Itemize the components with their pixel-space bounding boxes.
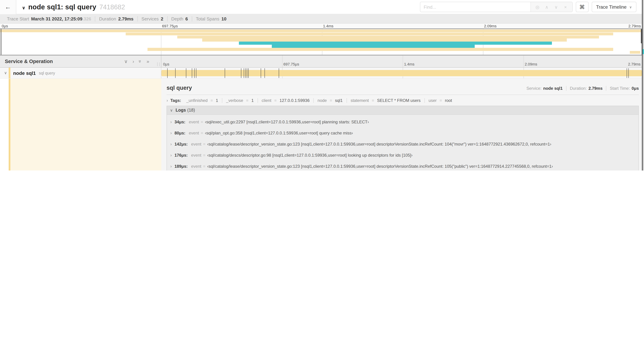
clear-search-icon[interactable]: × [561,4,570,10]
trace-info-value: 2 [161,16,163,21]
column-resize-grip[interactable] [157,62,160,66]
span-row[interactable]: ∨ node sql1 sql query [0,68,644,79]
minimap-left-scrubber[interactable] [1,29,2,55]
minimap-span-bar [0,29,644,32]
log-chevron-right-icon: › [170,142,172,147]
log-tick-mark[interactable] [175,68,176,78]
log-timestamp: 142μs: [174,142,188,147]
span-row-track[interactable] [161,68,644,78]
logs-header[interactable]: ∨ Logs (18) [167,106,638,115]
log-entry[interactable]: › 176μs: event = ‹sql/catalog/descs/desc… [167,150,638,161]
minimap-span-bar [272,45,475,48]
log-equals: = [201,120,203,124]
tag-item: client = 127.0.0.1:59936 [258,98,313,103]
log-field-name: event [191,164,201,169]
tag-value: SELECT * FROM users [377,98,421,103]
log-tick-mark[interactable] [278,68,279,78]
meta-value: 2.79ms [588,86,602,91]
next-result-icon[interactable]: ∨ [552,4,561,10]
tag-key: user [429,98,437,103]
tag-key: _unfinished [186,98,208,103]
tag-value: 1 [251,98,254,103]
span-operation-name: sql query [39,71,55,75]
meta-duration: Duration:2.79ms [566,86,606,91]
collapse-one-icon[interactable]: ∨ [124,59,128,64]
tags-list: _unfinished = 1 _verbose = 1 client [182,98,456,103]
log-entry[interactable]: › 34μs: event = ‹sql/exec_util.go:2297 [… [167,116,638,128]
tag-key: client [262,98,271,103]
logs-count: (18) [187,108,195,113]
trace-id: 7418682 [99,3,125,11]
trace-info-value: March 31 2022, 17:25:09 [31,16,82,21]
log-tick-mark[interactable] [186,68,186,78]
locate-icon[interactable]: ◎ [533,4,542,10]
collapse-all-icon[interactable]: » [138,60,143,63]
log-tick-mark[interactable] [248,68,248,78]
ruler-tick: 1.4ms [403,62,414,66]
log-field-name: event [191,153,201,158]
log-tick-mark[interactable] [261,68,261,78]
tag-item: _verbose = 1 [222,98,258,103]
log-tick-mark[interactable] [194,68,194,78]
trace-info-label: Total Spans [196,16,219,21]
find-group: ◎ ∧ ∨ × [420,2,572,12]
tag-value: 127.0.0.1:59936 [280,98,310,103]
log-tick-mark[interactable] [627,68,627,78]
minimap-span-bar [126,33,613,35]
title-chevron-down-icon[interactable]: ∨ [22,5,26,10]
logs-accordion: ∨ Logs (18) › 34μs: event = ‹sql/exec_ut… [166,106,639,171]
logs-list: › 34μs: event = ‹sql/exec_util.go:2297 [… [167,115,638,171]
tags-row[interactable]: › Tags: _unfinished = 1 _verbose = [166,98,639,103]
log-tick-mark[interactable] [167,68,168,78]
log-entry[interactable]: › 142μs: event = ‹sql/catalog/lease/desc… [167,139,638,150]
log-equals: = [203,164,206,169]
log-tick-mark[interactable] [265,68,265,78]
span-duration-bar[interactable] [161,70,642,76]
minimap-span-bar [630,51,640,54]
tags-chevron-right-icon[interactable]: › [166,98,168,103]
trace-minimap[interactable] [0,29,644,56]
span-detail-title: sql query [166,85,192,91]
minimap-tick: 2.09ms [483,24,496,28]
meta-label: Duration: [570,86,587,91]
tag-equals: = [210,98,213,103]
back-button[interactable]: ← [0,0,16,14]
log-entry[interactable]: › 80μs: event = ‹sql/plan_opt.go:358 [ns… [167,128,638,139]
log-tick-mark[interactable] [241,68,241,78]
keyboard-shortcuts-button[interactable]: ⌘ [576,2,588,12]
header-controls: ◎ ∧ ∨ × ⌘ Trace Timeline ∨ [420,2,636,12]
prev-result-icon[interactable]: ∧ [542,4,552,10]
tag-equals: = [246,98,248,103]
log-tick-mark[interactable] [224,68,225,78]
span-row-name-column[interactable]: ∨ node sql1 sql query [0,68,161,78]
log-chevron-right-icon: › [170,131,172,136]
trace-info-item: Trace Start March 31 2022, 17:25:09 .326 [3,16,95,21]
log-tick-mark[interactable] [192,68,192,78]
span-detail-meta: Service:node sql1 Duration:2.79ms Start … [523,86,639,91]
minimap-span-bar [177,36,599,39]
log-entry[interactable]: › 189μs: event = ‹sql/catalog/lease/desc… [167,161,638,171]
page-scrollbar[interactable] [642,0,644,171]
minimap-span-bar [202,39,567,42]
log-tick-mark[interactable] [628,68,629,78]
log-chevron-right-icon: › [170,153,172,158]
expand-one-icon[interactable]: › [132,59,134,64]
log-tick-mark[interactable] [244,68,244,78]
log-tick-mark[interactable] [245,68,246,78]
ruler-tick: 2.09ms [523,62,537,66]
log-timestamp: 176μs: [174,153,188,158]
expand-all-icon[interactable]: » [146,59,149,64]
log-message: ‹sql/plan_opt.go:358 [nsql1,client=127.0… [205,131,353,136]
trace-view-selector[interactable]: Trace Timeline ∨ [592,2,636,12]
log-tick-mark[interactable] [247,68,247,78]
log-tick-mark[interactable] [196,68,196,78]
service-operation-title: Service & Operation [5,59,124,64]
trace-info-bar: Trace Start March 31 2022, 17:25:09 .326… [0,14,644,24]
tag-key: _verbose [226,98,243,103]
log-chevron-right-icon: › [170,164,172,169]
log-message: ‹sql/catalog/lease/descriptor_version_st… [207,142,552,147]
span-children-chevron-down-icon[interactable]: ∨ [4,71,7,75]
find-input[interactable] [420,2,530,12]
tags-label: Tags: [170,98,181,103]
log-chevron-right-icon: › [170,120,172,124]
